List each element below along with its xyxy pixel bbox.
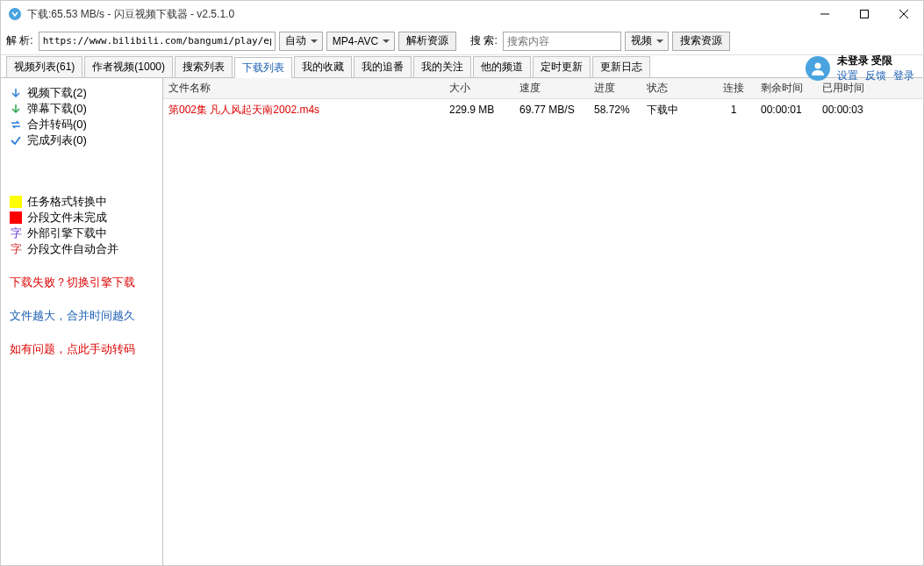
cell-remain: 00:00:01 — [756, 104, 817, 116]
sidebar-group-label: 完成列表(0) — [27, 133, 87, 148]
cell-used: 00:00:03 — [817, 104, 878, 116]
th-conn[interactable]: 连接 — [712, 81, 756, 96]
settings-link[interactable]: 设置 — [837, 68, 858, 83]
maximize-button[interactable] — [844, 1, 884, 27]
svg-point-0 — [9, 8, 21, 20]
cell-status: 下载中 — [641, 103, 712, 118]
th-size[interactable]: 大小 — [444, 81, 514, 96]
hint-fail[interactable]: 下载失败？切换引擎下载 — [10, 275, 154, 290]
sidebar-group-1[interactable]: 弹幕下载(0) — [10, 101, 154, 117]
legend-label: 任务格式转换中 — [27, 194, 107, 210]
arrow-down-icon — [10, 87, 22, 99]
titlebar: 下载:65.53 MB/s - 闪豆视频下载器 - v2.5.1.0 — [1, 1, 923, 27]
cell-conn: 1 — [712, 104, 756, 116]
cell-size: 229.9 MB — [444, 104, 514, 116]
avatar[interactable] — [806, 56, 830, 81]
minimize-button[interactable] — [805, 1, 844, 27]
tab-9[interactable]: 更新日志 — [592, 56, 650, 77]
svg-rect-2 — [860, 11, 868, 18]
feedback-link[interactable]: 反馈 — [865, 68, 886, 83]
url-input[interactable] — [39, 32, 276, 51]
window-title: 下载:65.53 MB/s - 闪豆视频下载器 - v2.5.1.0 — [27, 7, 805, 22]
svg-point-5 — [815, 63, 821, 69]
hint-problem[interactable]: 如有问题，点此手动转码 — [10, 341, 154, 357]
legend-3: 字分段文件自动合并 — [10, 241, 154, 257]
table-row[interactable]: 第002集 凡人风起天南2002.m4s229.9 MB69.77 MB/S58… — [163, 99, 923, 120]
tab-3[interactable]: 下载列表 — [234, 57, 292, 78]
format-select[interactable]: MP4-AVC — [326, 32, 395, 51]
search-label: 搜 索: — [470, 33, 498, 48]
tab-6[interactable]: 我的关注 — [413, 56, 471, 77]
parse-label: 解 析: — [6, 33, 33, 48]
hint-big: 文件越大，合并时间越久 — [10, 308, 154, 324]
th-status[interactable]: 状态 — [641, 81, 712, 96]
login-link[interactable]: 登录 — [893, 68, 914, 83]
sidebar-group-0[interactable]: 视频下载(2) — [10, 85, 154, 101]
tab-0[interactable]: 视频列表(61) — [6, 56, 82, 77]
close-button[interactable] — [884, 1, 923, 27]
legend-glyph: 字 — [10, 241, 22, 257]
legend-swatch — [10, 211, 22, 224]
tab-bar: 视频列表(61)作者视频(1000)搜索列表下载列表我的收藏我的追番我的关注他的… — [1, 55, 923, 78]
tab-5[interactable]: 我的追番 — [354, 56, 412, 77]
arrow-down-icon — [10, 103, 22, 115]
parse-button[interactable]: 解析资源 — [398, 32, 456, 51]
legend-label: 分段文件未完成 — [27, 210, 107, 226]
tab-8[interactable]: 定时更新 — [533, 56, 591, 77]
legend-label: 外部引擎下载中 — [27, 226, 107, 241]
tab-4[interactable]: 我的收藏 — [294, 56, 352, 77]
th-name[interactable]: 文件名称 — [163, 81, 444, 96]
th-speed[interactable]: 速度 — [514, 81, 589, 96]
search-type-select[interactable]: 视频 — [625, 32, 669, 51]
sidebar-group-label: 弹幕下载(0) — [27, 101, 87, 117]
account-panel: 未登录 受限 设置 反馈 登录 — [806, 54, 914, 83]
legend-glyph: 字 — [10, 226, 22, 241]
swap-icon — [10, 118, 22, 131]
sidebar-group-label: 视频下载(2) — [27, 85, 87, 101]
tab-1[interactable]: 作者视频(1000) — [84, 56, 173, 77]
sidebar-group-label: 合并转码(0) — [27, 117, 87, 133]
legend-0: 任务格式转换中 — [10, 194, 154, 210]
tab-7[interactable]: 他的频道 — [473, 56, 531, 77]
sidebar-group-3[interactable]: 完成列表(0) — [10, 133, 154, 148]
cell-name: 第002集 凡人风起天南2002.m4s — [163, 103, 444, 118]
toolbar: 解 析: 自动 MP4-AVC 解析资源 搜 索: 视频 搜索资源 — [1, 27, 923, 55]
sidebar-group-2[interactable]: 合并转码(0) — [10, 117, 154, 133]
download-table: 文件名称 大小 速度 进度 状态 连接 剩余时间 已用时间 第002集 凡人风起… — [163, 78, 923, 565]
legend-2: 字外部引擎下载中 — [10, 226, 154, 241]
search-button[interactable]: 搜索资源 — [672, 32, 730, 51]
cell-progress: 58.72% — [589, 104, 641, 116]
legend-1: 分段文件未完成 — [10, 210, 154, 226]
search-input[interactable] — [503, 32, 621, 51]
tab-2[interactable]: 搜索列表 — [175, 56, 233, 77]
account-status: 未登录 受限 — [837, 54, 914, 68]
th-progress[interactable]: 进度 — [589, 81, 641, 96]
app-icon — [8, 7, 22, 21]
cell-speed: 69.77 MB/S — [514, 104, 589, 116]
auto-select[interactable]: 自动 — [279, 32, 323, 51]
legend-label: 分段文件自动合并 — [27, 241, 118, 257]
legend-swatch — [10, 196, 22, 208]
check-icon — [10, 134, 22, 147]
sidebar: 视频下载(2)弹幕下载(0)合并转码(0)完成列表(0) 任务格式转换中分段文件… — [1, 78, 163, 565]
